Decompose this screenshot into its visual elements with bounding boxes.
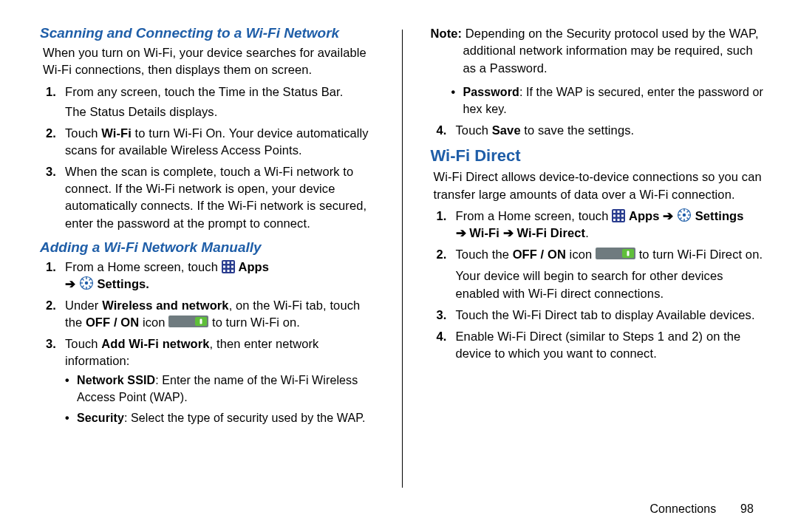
wfd-step-3-text: Touch the Wi-Fi Direct tab to display Av… — [456, 308, 755, 321]
bullet-ssid-label: Network SSID — [77, 374, 155, 386]
wfd-intro: Wi-Fi Direct allows device-to-device con… — [434, 168, 765, 203]
svg-point-34 — [683, 214, 686, 216]
wfd-step-2: 2. Touch the OFF / ON icon to turn Wi-Fi… — [437, 246, 765, 302]
add-step-2f: to turn Wi-Fi on. — [212, 316, 300, 329]
scan-step-1a: From any screen, touch the Time in the S… — [65, 85, 343, 98]
svg-line-18 — [82, 285, 83, 287]
wfd-step-4-text: Enable Wi-Fi Direct (similar to Steps 1 … — [456, 330, 741, 360]
bullet-password-label: Password — [463, 86, 519, 98]
footer-section: Connections — [649, 502, 716, 515]
svg-line-42 — [687, 211, 689, 212]
settings-gear-icon — [677, 208, 692, 222]
svg-rect-9 — [231, 270, 233, 272]
page: Scanning and Connecting to a Wi-Fi Netwo… — [0, 0, 798, 532]
note-block: Note: Depending on the Security protocol… — [431, 25, 765, 77]
scan-step-3-text: When the scan is complete, touch a Wi-Fi… — [65, 165, 366, 229]
add-step-3: 3. Touch Add Wi-Fi network, then enter n… — [46, 335, 374, 426]
svg-line-17 — [89, 285, 90, 287]
svg-rect-7 — [223, 270, 225, 272]
svg-rect-27 — [613, 214, 615, 216]
add-step-2e: icon — [139, 316, 168, 329]
add-step-1a: From a Home screen, touch — [65, 260, 222, 273]
add-step-2: 2. Under Wireless and network, on the Wi… — [46, 297, 374, 331]
page-footer: Connections 98 — [649, 502, 754, 516]
heading-wifi-direct: Wi-Fi Direct — [431, 146, 765, 166]
add-step-4: 4. Touch Save to save the settings. — [437, 122, 765, 139]
scan-step-2: 2. Touch Wi-Fi to turn Wi-Fi On. Your de… — [46, 125, 374, 159]
heading-adding: Adding a Wi-Fi Network Manually — [40, 239, 374, 256]
left-column: Scanning and Connecting to a Wi-Fi Netwo… — [40, 25, 374, 517]
svg-line-40 — [687, 217, 689, 219]
svg-rect-30 — [613, 219, 615, 221]
svg-line-41 — [680, 217, 681, 219]
svg-rect-5 — [227, 265, 229, 267]
apps-label-2: Apps — [629, 209, 660, 222]
bullet-security-text: : Select the type of security used by th… — [124, 412, 366, 424]
toggle-on-icon — [168, 314, 208, 329]
scan-step-2a: Touch — [65, 126, 101, 140]
svg-line-19 — [89, 279, 90, 280]
column-divider — [402, 30, 403, 488]
apps-label: Apps — [238, 260, 269, 273]
arrow-1: ➔ — [660, 209, 677, 222]
arrow: ➔ — [65, 277, 79, 290]
settings-label: Settings. — [97, 277, 149, 290]
apps-grid-icon — [612, 209, 625, 222]
wfd-step-4: 4. Enable Wi-Fi Direct (similar to Steps… — [437, 328, 765, 362]
svg-rect-4 — [223, 265, 225, 267]
add-step-3-bullets: Network SSID: Enter the name of the Wi-F… — [65, 372, 374, 426]
add-step-4a: Touch — [456, 123, 492, 137]
svg-rect-45 — [627, 251, 629, 256]
svg-rect-6 — [231, 265, 233, 267]
svg-rect-26 — [621, 211, 624, 213]
svg-rect-32 — [621, 219, 624, 221]
wifidir-label: Wi-Fi Direct — [516, 226, 585, 239]
scan-step-1: 1. From any screen, touch the Time in th… — [46, 83, 374, 120]
apps-grid-icon — [222, 260, 235, 273]
svg-rect-2 — [227, 262, 229, 264]
add-step-3a: Touch — [65, 337, 101, 350]
scan-steps-list: 1. From any screen, touch the Time in th… — [46, 83, 374, 232]
footer-page-number: 98 — [740, 502, 754, 516]
add-step-2d: OFF / ON — [86, 316, 139, 329]
arrow-2: ➔ — [456, 226, 470, 239]
svg-line-39 — [680, 211, 681, 212]
note-bullets: Password: If the WAP is secured, enter t… — [451, 84, 765, 117]
wfd-step-2a: Touch the — [456, 248, 513, 261]
add-step-4b: Save — [492, 123, 521, 137]
scan-step-2b: Wi-Fi — [101, 126, 132, 140]
note-label: Note: — [431, 27, 463, 40]
wfd-step-2d: to turn Wi-Fi Direct on. — [639, 248, 763, 261]
svg-rect-25 — [618, 211, 620, 213]
scan-intro: When you turn on Wi-Fi, your device sear… — [43, 44, 374, 79]
svg-rect-3 — [231, 262, 233, 264]
add-steps-list: 1. From a Home screen, touch Apps ➔ Sett… — [46, 259, 374, 427]
wfd-step-3: 3. Touch the Wi-Fi Direct tab to display… — [437, 307, 765, 324]
wfd-step-1: 1. From a Home screen, touch Apps ➔ Sett… — [437, 208, 765, 242]
arrow-3: ➔ — [499, 226, 516, 239]
svg-rect-1 — [223, 262, 225, 264]
wfd-step-2b: OFF / ON — [513, 248, 566, 261]
settings-label-2: Settings — [695, 209, 744, 222]
bullet-security: Security: Select the type of security us… — [65, 410, 374, 426]
svg-rect-28 — [618, 214, 620, 216]
scan-step-1b: The Status Details displays. — [65, 105, 217, 118]
add-step-2a: Under — [65, 299, 102, 312]
toggle-on-icon — [596, 246, 635, 261]
svg-rect-29 — [621, 214, 624, 216]
svg-rect-24 — [613, 211, 615, 213]
scan-step-3: 3. When the scan is complete, touch a Wi… — [46, 163, 374, 231]
add-step-1: 1. From a Home screen, touch Apps ➔ Sett… — [46, 259, 374, 293]
heading-scanning: Scanning and Connecting to a Wi-Fi Netwo… — [40, 25, 374, 41]
svg-rect-8 — [227, 270, 229, 272]
wfd-step-1a: From a Home screen, touch — [456, 209, 613, 222]
wfd-step1-period: . — [585, 226, 589, 239]
wfd-step-2e: Your device will begin to search for oth… — [456, 267, 765, 302]
bullet-password: Password: If the WAP is secured, enter t… — [451, 84, 765, 117]
wifi-label: Wi-Fi — [469, 226, 499, 239]
bullet-security-label: Security — [77, 412, 124, 424]
svg-line-16 — [82, 279, 83, 280]
add-step-3b: Add Wi-Fi network — [101, 337, 209, 350]
add-steps-list-cont: 4. Touch Save to save the settings. — [437, 122, 765, 139]
note-text: Depending on the Security protocol used … — [462, 27, 758, 75]
